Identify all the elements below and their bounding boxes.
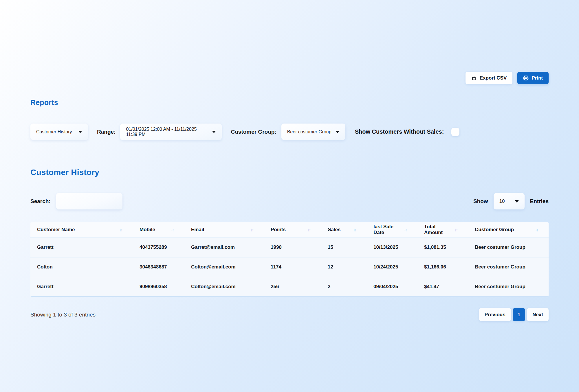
page-title: Reports (30, 98, 549, 107)
table-cell: 1174 (264, 257, 321, 277)
column-header-label: last Sale Date (373, 224, 404, 235)
table-cell: 9098960358 (133, 277, 184, 297)
column-header-label: Customer Group (475, 227, 514, 233)
pagination: Previous 1 Next (479, 308, 549, 321)
sort-icon[interactable]: ↓↑ (353, 227, 356, 232)
table-footer: Showing 1 to 3 of 3 entries Previous 1 N… (30, 308, 549, 321)
table-cell: $1,081.35 (417, 238, 468, 257)
table-row: Garrett9098960358Colton@email.com256209/… (30, 277, 549, 297)
column-header-label: Points (271, 227, 286, 233)
search-label: Search: (30, 198, 51, 205)
print-label: Print (532, 75, 543, 81)
table-cell: 256 (264, 277, 321, 297)
column-header[interactable]: last Sale Date↓↑ (367, 222, 417, 238)
report-type-select[interactable]: Customer History (30, 124, 88, 140)
previous-page-button[interactable]: Previous (479, 308, 511, 321)
show-without-sales-label: Show Customers Without Sales: (355, 128, 444, 135)
table-cell: Garrett (30, 238, 133, 257)
table-cell: 09/04/2025 (367, 277, 417, 297)
table-cell: 1990 (264, 238, 321, 257)
table-cell: 3046348687 (133, 257, 184, 277)
column-header[interactable]: Sales↓↑ (321, 222, 367, 238)
entries-summary: Showing 1 to 3 of 3 entries (30, 312, 96, 318)
table-cell: $41.47 (417, 277, 468, 297)
next-page-button[interactable]: Next (527, 308, 549, 321)
entries-label: Entries (530, 198, 549, 205)
table-cell: Beer costumer Group (468, 238, 549, 257)
table-cell: Beer costumer Group (468, 277, 549, 297)
table-cell: Colton@email.com (184, 277, 264, 297)
table-row: Garrett4043755289Garret@email.com1990151… (30, 238, 549, 257)
show-without-sales-checkbox[interactable] (451, 128, 459, 136)
table-cell: Garret@email.com (184, 238, 264, 257)
section-title: Customer History (30, 168, 549, 177)
table-cell: 15 (321, 238, 367, 257)
table-cell: 4043755289 (133, 238, 184, 257)
customer-history-table: Customer Name↓↑Mobile↓↑Email↓↑Points↓↑Sa… (30, 222, 549, 297)
show-label: Show (473, 198, 488, 205)
table-cell: 2 (321, 277, 367, 297)
column-header-label: Sales (328, 227, 340, 233)
column-header[interactable]: Customer Name↓↑ (30, 222, 133, 238)
column-header[interactable]: Email↓↑ (184, 222, 264, 238)
column-header[interactable]: Customer Group↓↑ (468, 222, 549, 238)
table-cell: Garrett (30, 277, 133, 297)
table-row: Colton3046348687Colton@email.com11741210… (30, 257, 549, 277)
table-controls: Search: Show 10 Entries (30, 193, 549, 209)
sort-icon[interactable]: ↓↑ (250, 227, 253, 232)
sort-icon[interactable]: ↓↑ (455, 227, 457, 232)
customer-group-value: Beer costumer Group (287, 129, 331, 135)
column-header[interactable]: Mobile↓↑ (133, 222, 184, 238)
print-button[interactable]: Print (517, 72, 549, 84)
table-cell: Beer costumer Group (468, 257, 549, 277)
chevron-down-icon (212, 131, 216, 133)
customer-group-select[interactable]: Beer costumer Group (281, 124, 345, 140)
table-cell: 10/13/2025 (367, 238, 417, 257)
date-range-value: 01/01/2025 12:00 AM - 11/11/2025 11:39 P… (126, 127, 208, 137)
chevron-down-icon (515, 200, 519, 203)
sort-icon[interactable]: ↓↑ (404, 227, 406, 232)
search-input[interactable] (56, 193, 122, 209)
page-size-select[interactable]: 10 (494, 193, 525, 209)
date-range-select[interactable]: 01/01/2025 12:00 AM - 11/11/2025 11:39 P… (120, 124, 222, 140)
export-csv-label: Export CSV (480, 75, 507, 81)
sort-icon[interactable]: ↓↑ (535, 227, 538, 232)
column-header-label: Mobile (140, 227, 155, 233)
table-cell: 10/24/2025 (367, 257, 417, 277)
column-header[interactable]: Total Amount↓↑ (417, 222, 468, 238)
toolbar: Export CSV Print (30, 72, 549, 84)
export-csv-button[interactable]: Export CSV (466, 72, 513, 84)
printer-icon (523, 75, 529, 81)
report-type-value: Customer History (36, 129, 72, 135)
sort-icon[interactable]: ↓↑ (119, 227, 122, 232)
column-header-label: Total Amount (424, 224, 455, 235)
reports-page: Export CSV Print Reports Customer Histor… (0, 72, 579, 321)
chevron-down-icon (336, 131, 340, 133)
page-number-button[interactable]: 1 (513, 308, 525, 321)
download-icon (471, 75, 477, 81)
page-size-value: 10 (499, 198, 505, 204)
table-cell: $1,166.06 (417, 257, 468, 277)
filters-bar: Customer History Range: 01/01/2025 12:00… (30, 124, 549, 140)
column-header[interactable]: Points↓↑ (264, 222, 321, 238)
table-cell: 12 (321, 257, 367, 277)
range-label: Range: (97, 129, 116, 135)
sort-icon[interactable]: ↓↑ (171, 227, 173, 232)
customer-group-label: Customer Group: (231, 129, 276, 135)
table-header-row: Customer Name↓↑Mobile↓↑Email↓↑Points↓↑Sa… (30, 222, 549, 238)
table-cell: Colton (30, 257, 133, 277)
column-header-label: Customer Name (37, 227, 75, 233)
sort-icon[interactable]: ↓↑ (307, 227, 310, 232)
chevron-down-icon (78, 131, 82, 133)
table-cell: Colton@email.com (184, 257, 264, 277)
column-header-label: Email (191, 227, 204, 233)
